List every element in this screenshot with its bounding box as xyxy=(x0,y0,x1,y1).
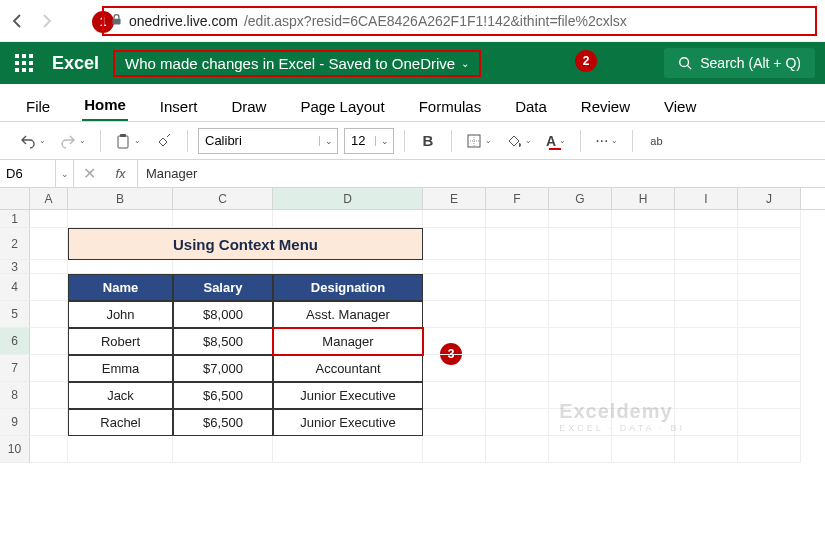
search-label: Search (Alt + Q) xyxy=(700,55,801,71)
cancel-icon[interactable]: ✕ xyxy=(74,160,104,187)
tab-pagelayout[interactable]: Page Layout xyxy=(298,92,386,121)
table-cell[interactable]: Accountant xyxy=(273,355,423,382)
table-header[interactable]: Name xyxy=(68,274,173,301)
svg-line-2 xyxy=(688,66,692,70)
formula-bar: D6 ⌄ ✕ fx Manager xyxy=(0,160,825,188)
name-box[interactable]: D6 xyxy=(0,160,56,187)
fill-color-button[interactable]: ⌄ xyxy=(502,128,536,154)
address-bar[interactable]: onedrive.live.com/edit.aspx?resid=6CAE84… xyxy=(102,6,817,36)
col-header[interactable]: A xyxy=(30,188,68,209)
table-header[interactable]: Salary xyxy=(173,274,273,301)
table-cell[interactable]: Junior Executive xyxy=(273,382,423,409)
table-cell[interactable]: $7,000 xyxy=(173,355,273,382)
format-painter-button[interactable] xyxy=(151,128,177,154)
ribbon-tabs: File Home Insert Draw Page Layout Formul… xyxy=(0,84,825,122)
table-cell[interactable]: Emma xyxy=(68,355,173,382)
svg-point-1 xyxy=(680,58,689,67)
svg-rect-3 xyxy=(118,136,128,148)
select-all-corner[interactable] xyxy=(0,188,30,209)
tab-file[interactable]: File xyxy=(24,92,52,121)
row-header[interactable]: 4 xyxy=(0,274,30,301)
col-header[interactable]: I xyxy=(675,188,738,209)
url-host: onedrive.live.com xyxy=(129,13,238,29)
tab-insert[interactable]: Insert xyxy=(158,92,200,121)
col-header[interactable]: D xyxy=(273,188,423,209)
table-cell[interactable]: Rachel xyxy=(68,409,173,436)
table-cell[interactable]: $6,500 xyxy=(173,382,273,409)
browser-nav-bar: onedrive.live.com/edit.aspx?resid=6CAE84… xyxy=(0,0,825,42)
table-cell[interactable]: Junior Executive xyxy=(273,409,423,436)
font-name-selector[interactable]: ⌄ xyxy=(198,128,338,154)
row-header[interactable]: 7 xyxy=(0,355,30,382)
tab-home[interactable]: Home xyxy=(82,90,128,121)
col-header[interactable]: E xyxy=(423,188,486,209)
merged-title-cell[interactable]: Using Context Menu xyxy=(68,228,423,260)
search-icon xyxy=(678,56,692,70)
font-size-selector[interactable]: ⌄ xyxy=(344,128,394,154)
spreadsheet-grid[interactable]: A B C D E F G H I J 1 2Using Context Men… xyxy=(0,188,825,463)
tab-review[interactable]: Review xyxy=(579,92,632,121)
tab-data[interactable]: Data xyxy=(513,92,549,121)
chevron-down-icon[interactable]: ⌄ xyxy=(319,136,337,146)
title-bar: Excel Who made changes in Excel - Saved … xyxy=(0,42,825,84)
col-header[interactable]: F xyxy=(486,188,549,209)
url-path: /edit.aspx?resid=6CAE8426A262F1F1!142&it… xyxy=(244,13,627,29)
lock-icon xyxy=(110,12,123,30)
row-header[interactable]: 1 xyxy=(0,210,30,228)
forward-button[interactable] xyxy=(36,11,56,31)
table-cell[interactable]: $6,500 xyxy=(173,409,273,436)
table-cell[interactable]: $8,000 xyxy=(173,301,273,328)
annotation-badge-2: 2 xyxy=(575,50,597,72)
column-headers: A B C D E F G H I J xyxy=(0,188,825,210)
col-header[interactable]: G xyxy=(549,188,612,209)
document-title[interactable]: Who made changes in Excel - Saved to One… xyxy=(113,50,481,77)
undo-button[interactable]: ⌄ xyxy=(16,128,50,154)
row-header[interactable]: 9 xyxy=(0,409,30,436)
row-header[interactable]: 3 xyxy=(0,260,30,274)
font-size-input[interactable] xyxy=(345,129,375,153)
col-header[interactable]: J xyxy=(738,188,801,209)
svg-rect-0 xyxy=(112,18,120,24)
row-header[interactable]: 2 xyxy=(0,228,30,260)
font-name-input[interactable] xyxy=(199,129,319,153)
col-header[interactable]: C xyxy=(173,188,273,209)
redo-button[interactable]: ⌄ xyxy=(56,128,90,154)
tab-draw[interactable]: Draw xyxy=(229,92,268,121)
paste-button[interactable]: ⌄ xyxy=(111,128,145,154)
bold-button[interactable]: B xyxy=(415,128,441,154)
table-cell[interactable]: Asst. Manager xyxy=(273,301,423,328)
app-name: Excel xyxy=(52,53,99,74)
selected-cell[interactable]: Manager xyxy=(273,328,423,355)
table-header[interactable]: Designation xyxy=(273,274,423,301)
row-header[interactable]: 5 xyxy=(0,301,30,328)
document-title-text: Who made changes in Excel - Saved to One… xyxy=(125,55,455,72)
wrap-text-button[interactable]: ab xyxy=(643,128,669,154)
tab-view[interactable]: View xyxy=(662,92,698,121)
ribbon-toolbar: ⌄ ⌄ ⌄ ⌄ ⌄ B ⌄ ⌄ A⌄ ···⌄ ab xyxy=(0,122,825,160)
borders-button[interactable]: ⌄ xyxy=(462,128,496,154)
waffle-icon xyxy=(15,54,33,72)
fx-label[interactable]: fx xyxy=(104,160,138,187)
row-header[interactable]: 8 xyxy=(0,382,30,409)
formula-input[interactable]: Manager xyxy=(138,166,825,181)
chevron-down-icon: ⌄ xyxy=(461,58,469,69)
search-button[interactable]: Search (Alt + Q) xyxy=(664,48,815,78)
table-cell[interactable]: Jack xyxy=(68,382,173,409)
font-color-button[interactable]: A⌄ xyxy=(542,128,570,154)
table-cell[interactable]: $8,500 xyxy=(173,328,273,355)
app-launcher-button[interactable] xyxy=(10,49,38,77)
row-header[interactable]: 10 xyxy=(0,436,30,463)
table-cell[interactable]: Robert xyxy=(68,328,173,355)
svg-rect-4 xyxy=(120,134,126,137)
col-header[interactable]: B xyxy=(68,188,173,209)
more-options-button[interactable]: ···⌄ xyxy=(591,128,622,154)
col-header[interactable]: H xyxy=(612,188,675,209)
back-button[interactable] xyxy=(8,11,28,31)
table-cell[interactable]: John xyxy=(68,301,173,328)
row-header[interactable]: 6 xyxy=(0,328,30,355)
tab-formulas[interactable]: Formulas xyxy=(417,92,484,121)
name-box-dropdown[interactable]: ⌄ xyxy=(56,160,74,187)
chevron-down-icon[interactable]: ⌄ xyxy=(375,136,393,146)
